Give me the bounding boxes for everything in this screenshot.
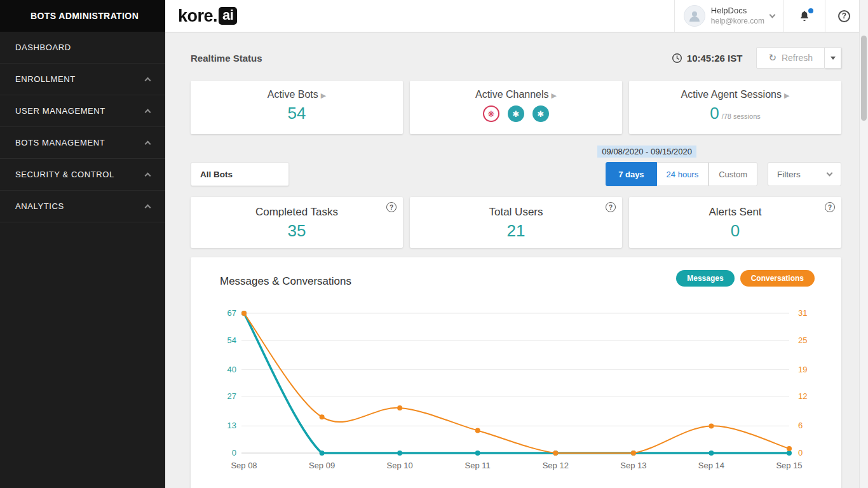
sidebar-item-user-management[interactable]: USER MANAGEMENT bbox=[0, 95, 165, 127]
logo-text: kore. bbox=[178, 6, 217, 26]
help-button[interactable]: ? bbox=[838, 10, 850, 22]
chevron-down-icon bbox=[827, 170, 833, 177]
sidebar-item-enrollment[interactable]: ENROLLMENT bbox=[0, 64, 165, 95]
caret-right-icon: ▶ bbox=[784, 92, 789, 99]
conversations-toggle-button[interactable]: Conversations bbox=[740, 270, 815, 287]
caret-right-icon: ▶ bbox=[321, 92, 326, 99]
svg-text:27: 27 bbox=[227, 391, 236, 401]
chevron-up-icon bbox=[145, 173, 151, 179]
completed-tasks-value: 35 bbox=[191, 221, 403, 241]
filters-dropdown[interactable]: Filters bbox=[768, 162, 841, 186]
channel-icon-2[interactable]: ✱ bbox=[508, 105, 524, 122]
active-bots-value: 54 bbox=[191, 104, 403, 123]
server-time-value: 10:45:26 IST bbox=[687, 53, 743, 64]
active-agent-sessions-card[interactable]: Active Agent Sessions▶ 0/78 sessions bbox=[629, 81, 841, 134]
alerts-sent-title: Alerts Sent bbox=[629, 206, 841, 219]
refresh-dropdown-button[interactable] bbox=[825, 47, 841, 69]
card-title-text: Active Agent Sessions bbox=[681, 89, 782, 100]
refresh-control: ↻ Refresh bbox=[756, 47, 841, 69]
svg-text:13: 13 bbox=[227, 421, 236, 430]
refresh-label: Refresh bbox=[782, 53, 813, 63]
alerts-sent-value: 0 bbox=[629, 221, 841, 241]
channel-icon-3[interactable]: ✱ bbox=[532, 105, 549, 122]
dual-axis-line-chart: 001362712401954256731Sep 08Sep 09Sep 10S… bbox=[194, 304, 837, 477]
svg-text:0: 0 bbox=[798, 448, 803, 458]
realtime-status-title: Realtime Status bbox=[191, 53, 262, 64]
card-title-text: Active Bots bbox=[268, 89, 318, 100]
main-content: Realtime Status 10:45:26 IST ↻ Refresh bbox=[165, 32, 868, 488]
topbar-right: HelpDocs help@kore.com ? bbox=[674, 0, 857, 32]
chevron-up-icon bbox=[145, 78, 151, 84]
sidebar-item-security-control[interactable]: SECURITY & CONTROL bbox=[0, 159, 165, 191]
sidebar-item-dashboard[interactable]: DASHBOARD bbox=[0, 32, 165, 64]
svg-text:19: 19 bbox=[798, 365, 807, 374]
total-users-title: Total Users bbox=[410, 206, 622, 219]
sidebar-item-label: SECURITY & CONTROL bbox=[15, 170, 114, 179]
svg-text:67: 67 bbox=[227, 308, 236, 318]
scrollbar-thumb[interactable] bbox=[861, 36, 867, 121]
svg-text:40: 40 bbox=[227, 365, 236, 374]
chevron-up-icon bbox=[145, 141, 151, 147]
range-button-custom[interactable]: Custom bbox=[709, 162, 757, 186]
sidebar-item-label: ANALYTICS bbox=[15, 201, 64, 211]
caret-down-icon bbox=[831, 57, 836, 60]
realtime-status-controls: 10:45:26 IST ↻ Refresh bbox=[672, 47, 841, 69]
help-icon[interactable]: ? bbox=[825, 202, 835, 212]
sessions-suffix: /78 sessions bbox=[722, 112, 761, 120]
clock-icon bbox=[672, 53, 682, 64]
stat-cards-row: ? Completed Tasks 35 ? Total Users 21 ? … bbox=[191, 197, 841, 248]
bot-selector-dropdown[interactable]: All Bots bbox=[191, 162, 289, 186]
svg-text:6: 6 bbox=[798, 421, 803, 430]
notification-dot bbox=[808, 8, 813, 13]
realtime-status-header: Realtime Status 10:45:26 IST ↻ Refresh bbox=[191, 46, 841, 70]
svg-text:Sep 11: Sep 11 bbox=[465, 461, 491, 470]
user-name: HelpDocs bbox=[711, 6, 764, 16]
logo-ai-badge: ai bbox=[219, 7, 237, 25]
active-channels-card[interactable]: Active Channels▶ ❋ ✱ ✱ bbox=[410, 81, 622, 134]
filters-label: Filters bbox=[777, 170, 801, 179]
refresh-button[interactable]: ↻ Refresh bbox=[756, 47, 825, 69]
help-icon[interactable]: ? bbox=[606, 202, 616, 212]
chevron-down-icon bbox=[770, 12, 776, 18]
date-range-buttons: 7 days 24 hours Custom bbox=[606, 162, 757, 186]
total-users-card: ? Total Users 21 bbox=[410, 197, 622, 248]
chart-legend: Messages Conversations bbox=[676, 270, 815, 287]
help-icon[interactable]: ? bbox=[386, 202, 397, 212]
svg-text:54: 54 bbox=[227, 336, 236, 345]
kore-ai-logo: kore.ai bbox=[178, 6, 237, 26]
channel-icon-1[interactable]: ❋ bbox=[483, 105, 499, 122]
avatar bbox=[684, 5, 705, 27]
sessions-count: 0 bbox=[710, 104, 719, 123]
date-range-label: 09/08/2020 - 09/15/2020 bbox=[597, 146, 696, 158]
channel-icons: ❋ ✱ ✱ bbox=[410, 105, 622, 122]
active-agent-sessions-title: Active Agent Sessions▶ bbox=[629, 89, 841, 100]
svg-text:31: 31 bbox=[798, 308, 807, 318]
chevron-up-icon bbox=[145, 205, 151, 211]
completed-tasks-title: Completed Tasks bbox=[191, 206, 403, 219]
topbar: kore.ai HelpDocs help@kore.com ? bbox=[165, 0, 868, 32]
sidebar-item-analytics[interactable]: ANALYTICS bbox=[0, 191, 165, 222]
svg-text:Sep 12: Sep 12 bbox=[543, 461, 569, 470]
range-button-24-hours[interactable]: 24 hours bbox=[657, 162, 709, 186]
svg-text:Sep 08: Sep 08 bbox=[231, 461, 257, 470]
user-menu[interactable]: HelpDocs help@kore.com bbox=[675, 5, 783, 27]
sidebar-item-label: BOTS MANAGEMENT bbox=[15, 138, 105, 147]
sidebar-item-label: ENROLLMENT bbox=[15, 74, 76, 84]
person-icon bbox=[687, 8, 702, 24]
svg-text:Sep 09: Sep 09 bbox=[309, 461, 335, 470]
sidebar-title: BOTS ADMINISTRATION bbox=[0, 0, 165, 32]
svg-text:Sep 15: Sep 15 bbox=[776, 461, 802, 470]
range-button-7-days[interactable]: 7 days bbox=[606, 162, 656, 186]
sidebar-item-bots-management[interactable]: BOTS MANAGEMENT bbox=[0, 127, 165, 159]
sidebar-nav: DASHBOARD ENROLLMENT USER MANAGEMENT BOT… bbox=[0, 32, 165, 222]
svg-text:12: 12 bbox=[798, 391, 807, 401]
sidebar-item-label: DASHBOARD bbox=[15, 43, 71, 52]
active-bots-card[interactable]: Active Bots▶ 54 bbox=[191, 81, 403, 134]
messages-toggle-button[interactable]: Messages bbox=[676, 270, 734, 287]
notifications-button[interactable] bbox=[784, 0, 825, 32]
active-agent-sessions-value: 0/78 sessions bbox=[629, 104, 841, 123]
svg-text:0: 0 bbox=[232, 448, 236, 458]
user-email: help@kore.com bbox=[711, 17, 764, 26]
alerts-sent-card: ? Alerts Sent 0 bbox=[629, 197, 841, 248]
active-channels-title: Active Channels▶ bbox=[410, 89, 622, 100]
